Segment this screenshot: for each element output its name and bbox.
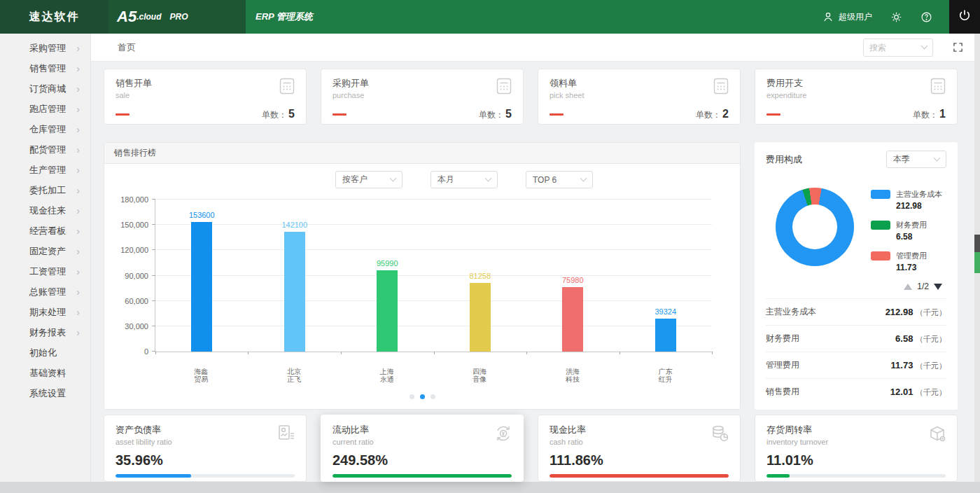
sidebar-item-label: 生产管理 bbox=[29, 164, 66, 176]
sales-bar-chart: 030,00060,00090,000120,000150,000180,000… bbox=[111, 190, 729, 389]
stat-card-count: 单数：2 bbox=[696, 108, 729, 121]
sidebar-item-outsourcing[interactable]: 委托加工› bbox=[0, 180, 90, 200]
expense-donut-area: 主营业务成本212.98财务费用6.58管理费用11.73 bbox=[766, 188, 946, 272]
expense-row-value: 11.73 （千元） bbox=[891, 360, 946, 371]
bar-value-label: 75980 bbox=[562, 276, 584, 284]
chevron-right-icon: › bbox=[76, 64, 80, 74]
pager-up-icon[interactable] bbox=[904, 284, 912, 290]
filter-topn-select[interactable]: TOP 6 bbox=[526, 171, 593, 188]
pager-text: 1/2 bbox=[917, 282, 929, 291]
scrollbar-thumb[interactable] bbox=[974, 235, 980, 252]
sidebar-item-general-ledger[interactable]: 总账管理› bbox=[0, 282, 90, 302]
expense-donut-chart bbox=[776, 188, 854, 266]
stat-card-title: 领料单 bbox=[550, 77, 729, 90]
sidebar-item-label: 采购管理 bbox=[29, 42, 66, 55]
chevron-right-icon: › bbox=[76, 287, 80, 297]
carousel-dot-3[interactable] bbox=[430, 394, 435, 399]
filter-period-select[interactable]: 本月 bbox=[430, 171, 498, 188]
pager-down-icon[interactable] bbox=[934, 284, 942, 290]
bar-1 bbox=[191, 222, 212, 352]
y-axis-tick-label: 150,000 bbox=[120, 221, 148, 229]
sidebar-item-order-mall[interactable]: 订货商城› bbox=[0, 78, 90, 99]
x-axis-tick bbox=[620, 352, 620, 354]
progress-track bbox=[766, 474, 946, 478]
sidebar-item-production[interactable]: 生产管理› bbox=[0, 160, 90, 180]
search-combobox[interactable] bbox=[863, 39, 933, 57]
stat-card-subtitle: sale bbox=[115, 91, 295, 99]
ratio-card-cash-ratio[interactable]: 现金比率cash ratio111.86% bbox=[538, 415, 741, 482]
sidebar-item-label: 财务报表 bbox=[29, 326, 66, 339]
sidebar-item-cash[interactable]: 现金往来› bbox=[0, 200, 90, 221]
bar-value-label: 81258 bbox=[469, 272, 491, 280]
expense-row-value: 212.98 （千元） bbox=[886, 307, 946, 318]
carousel-dots bbox=[104, 389, 740, 409]
chevron-right-icon: › bbox=[76, 206, 80, 216]
chevron-right-icon: › bbox=[76, 125, 80, 134]
sidebar-item-sales[interactable]: 销售管理› bbox=[0, 58, 90, 78]
expense-row: 财务费用6.58 （千元） bbox=[766, 325, 946, 352]
user-icon bbox=[822, 11, 834, 22]
sidebar-item-purchase[interactable]: 采购管理› bbox=[0, 38, 90, 58]
chevron-right-icon: › bbox=[76, 165, 80, 175]
user-menu[interactable]: 超级用户 bbox=[822, 11, 872, 23]
chart-plot-area: 030,00060,00090,000120,000150,000180,000… bbox=[155, 200, 712, 352]
breadcrumb-home[interactable]: 首页 bbox=[118, 41, 136, 54]
help-icon[interactable] bbox=[920, 11, 932, 23]
sidebar-item-initialization[interactable]: 初始化 bbox=[0, 342, 90, 363]
sidebar-item-financial-reports[interactable]: 财务报表› bbox=[0, 322, 90, 342]
bar-column: 142100 bbox=[248, 200, 342, 352]
user-name: 超级用户 bbox=[839, 11, 872, 23]
bar-value-label: 95990 bbox=[377, 259, 398, 268]
ratio-card-inventory-turnover[interactable]: 存货周转率inventory turnover11.01% bbox=[755, 415, 958, 482]
sidebar-item-store-visit[interactable]: 跑店管理› bbox=[0, 99, 90, 119]
sidebar-item-label: 基础资料 bbox=[29, 367, 66, 380]
sidebar-item-warehouse[interactable]: 仓库管理› bbox=[0, 119, 90, 139]
legend-text: 主营业务成本212.98 bbox=[896, 189, 942, 211]
sidebar-item-fixed-assets[interactable]: 固定资产› bbox=[0, 241, 90, 261]
x-axis-category-label: 北京正飞 bbox=[248, 365, 341, 384]
stat-card-expenditure[interactable]: 费用开支expenditure单数：1 bbox=[755, 69, 958, 125]
progress-track bbox=[550, 474, 729, 478]
stat-card-count: 单数：5 bbox=[262, 108, 295, 121]
box-icon bbox=[927, 424, 947, 446]
sidebar-item-dashboard[interactable]: 经营看板› bbox=[0, 221, 90, 241]
count-value: 1 bbox=[939, 108, 946, 120]
expense-row-value: 12.01 （千元） bbox=[890, 387, 946, 398]
stat-card-purchase[interactable]: 采购开单purchase单数：5 bbox=[321, 69, 524, 125]
filter-by-customer-select[interactable]: 按客户 bbox=[335, 171, 402, 188]
stat-cards-row: 销售开单sale单数：5采购开单purchase单数：5领料单pick shee… bbox=[91, 69, 980, 125]
bar-value-label: 153600 bbox=[189, 211, 215, 219]
ratio-card-asset-liability-ratio[interactable]: 资产负债率asset libility ratio35.96% bbox=[104, 415, 307, 482]
sidebar-item-period-end[interactable]: 期末处理› bbox=[0, 302, 90, 322]
x-axis-category-label: 上海永通 bbox=[340, 365, 433, 384]
header-actions: 超级用户 bbox=[822, 11, 949, 23]
trend-dash bbox=[332, 113, 346, 116]
sidebar-item-distribution[interactable]: 配货管理› bbox=[0, 139, 90, 160]
chevron-right-icon: › bbox=[76, 43, 80, 53]
fullscreen-icon[interactable] bbox=[953, 42, 963, 53]
carousel-dot-2[interactable] bbox=[420, 394, 425, 399]
ratio-card-title: 现金比率 bbox=[550, 424, 729, 436]
logout-power-button[interactable] bbox=[949, 0, 980, 34]
sidebar-item-label: 期末处理 bbox=[29, 306, 66, 319]
stat-card-pick-sheet[interactable]: 领料单pick sheet单数：2 bbox=[538, 69, 741, 125]
trend-dash bbox=[766, 113, 780, 116]
x-axis-tick bbox=[434, 352, 435, 354]
stat-card-sale[interactable]: 销售开单sale单数：5 bbox=[104, 69, 307, 125]
expense-row: 主营业务成本212.98 （千元） bbox=[766, 298, 946, 325]
breadcrumb-bar: 首页 bbox=[91, 34, 980, 62]
charts-row: 销售排行榜 按客户 本月 TOP 6 030,00060,00090,00012… bbox=[91, 142, 980, 410]
ratio-card-current-ratio[interactable]: 流动比率current ratio249.58% bbox=[321, 415, 524, 482]
sidebar-item-base-data[interactable]: 基础资料 bbox=[0, 363, 90, 383]
carousel-dot-1[interactable] bbox=[410, 394, 414, 399]
search-input[interactable] bbox=[869, 43, 911, 53]
legend-swatch bbox=[871, 221, 890, 230]
sidebar-item-system-settings[interactable]: 系统设置 bbox=[0, 383, 90, 403]
page-scrollbar[interactable] bbox=[974, 34, 980, 482]
expense-period-select[interactable]: 本季 bbox=[886, 151, 946, 168]
ratio-card-value: 35.96% bbox=[115, 452, 295, 468]
y-axis-tick-label: 120,000 bbox=[120, 246, 148, 254]
settings-gear-icon[interactable] bbox=[890, 11, 902, 23]
x-axis-tick bbox=[526, 352, 527, 354]
sidebar-item-payroll[interactable]: 工资管理› bbox=[0, 261, 90, 282]
